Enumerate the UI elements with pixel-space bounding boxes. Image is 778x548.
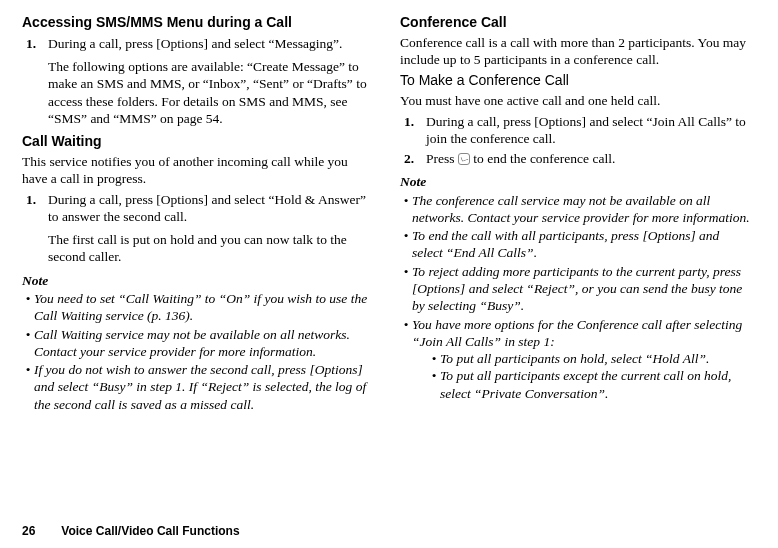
bullet-text: To reject adding more participants to th… xyxy=(412,263,750,315)
bullet-text: The conference call service may not be a… xyxy=(412,192,750,227)
bullet-text: You need to set “Call Waiting” to “On” i… xyxy=(34,290,372,325)
section-title: Voice Call/Video Call Functions xyxy=(61,524,239,538)
step-text: During a call, press [Options] and selec… xyxy=(48,36,342,51)
step-number: 1. xyxy=(400,113,426,148)
heading-make-conference: To Make a Conference Call xyxy=(400,72,750,90)
step-number: 1. xyxy=(22,191,48,266)
step-text-post: to end the conference call. xyxy=(470,151,615,166)
step-body: During a call, press [Options] and selec… xyxy=(48,191,372,266)
step-followup: The first call is put on hold and you ca… xyxy=(48,231,372,266)
note-bullets: • You need to set “Call Waiting” to “On”… xyxy=(22,290,372,413)
bullet-dot: • xyxy=(400,227,412,262)
bullet-item: • To end the call with all participants,… xyxy=(400,227,750,262)
step-followup: The following options are available: “Cr… xyxy=(48,58,372,127)
make-conference-intro: You must have one active call and one he… xyxy=(400,92,750,109)
step-body: During a call, press [Options] and selec… xyxy=(426,113,750,148)
bullet-text: Call Waiting service may not be availabl… xyxy=(34,326,372,361)
note-label: Note xyxy=(400,173,750,190)
step-body: Press to end the conference call. xyxy=(426,150,750,167)
heading-call-waiting: Call Waiting xyxy=(22,133,372,151)
step-number: 2. xyxy=(400,150,426,167)
bullet-dot: • xyxy=(400,316,412,402)
bullet-item: • To reject adding more participants to … xyxy=(400,263,750,315)
call-waiting-intro: This service notifies you of another inc… xyxy=(22,153,372,188)
bullet-dot: • xyxy=(428,367,440,402)
right-column: Conference Call Conference call is a cal… xyxy=(400,14,750,413)
heading-conference-call: Conference Call xyxy=(400,14,750,32)
sub-bullet-item: • To put all participants except the cur… xyxy=(428,367,750,402)
list-item: 1. During a call, press [Options] and se… xyxy=(22,191,372,266)
bullet-item: • You have more options for the Conferen… xyxy=(400,316,750,402)
bullet-text: If you do not wish to answer the second … xyxy=(34,361,372,413)
bullet-dot: • xyxy=(400,263,412,315)
step-text: During a call, press [Options] and selec… xyxy=(426,114,746,146)
bullet-dot: • xyxy=(22,326,34,361)
sub-bullet-item: • To put all participants on hold, selec… xyxy=(428,350,750,367)
list-item: 2. Press to end the conference call. xyxy=(400,150,750,167)
note-label: Note xyxy=(22,272,372,289)
page-footer: 26 Voice Call/Video Call Functions xyxy=(22,524,240,538)
bullet-dot: • xyxy=(400,192,412,227)
note-bullets: • The conference call service may not be… xyxy=(400,192,750,402)
bullet-dot: • xyxy=(22,361,34,413)
sub-bullet-text: To put all participants on hold, select … xyxy=(440,350,750,367)
bullet-text: You have more options for the Conference… xyxy=(412,316,750,402)
heading-sms-mms: Accessing SMS/MMS Menu during a Call xyxy=(22,14,372,32)
bullet-lead: You have more options for the Conference… xyxy=(412,317,742,349)
list-item: 1. During a call, press [Options] and se… xyxy=(22,35,372,127)
page-number: 26 xyxy=(22,524,58,538)
bullet-dot: • xyxy=(22,290,34,325)
bullet-item: • You need to set “Call Waiting” to “On”… xyxy=(22,290,372,325)
step-text: During a call, press [Options] and selec… xyxy=(48,192,366,224)
bullet-item: • The conference call service may not be… xyxy=(400,192,750,227)
list-item: 1. During a call, press [Options] and se… xyxy=(400,113,750,148)
bullet-item: • If you do not wish to answer the secon… xyxy=(22,361,372,413)
left-column: Accessing SMS/MMS Menu during a Call 1. … xyxy=(22,14,372,413)
step-text-pre: Press xyxy=(426,151,458,166)
bullet-text: To end the call with all participants, p… xyxy=(412,227,750,262)
end-call-key-icon xyxy=(458,153,470,165)
step-body: During a call, press [Options] and selec… xyxy=(48,35,372,127)
bullet-item: • Call Waiting service may not be availa… xyxy=(22,326,372,361)
step-number: 1. xyxy=(22,35,48,127)
sub-bullet-text: To put all participants except the curre… xyxy=(440,367,750,402)
bullet-dot: • xyxy=(428,350,440,367)
page: Accessing SMS/MMS Menu during a Call 1. … xyxy=(0,0,778,548)
conference-intro: Conference call is a call with more than… xyxy=(400,34,750,69)
two-column-layout: Accessing SMS/MMS Menu during a Call 1. … xyxy=(22,14,756,413)
